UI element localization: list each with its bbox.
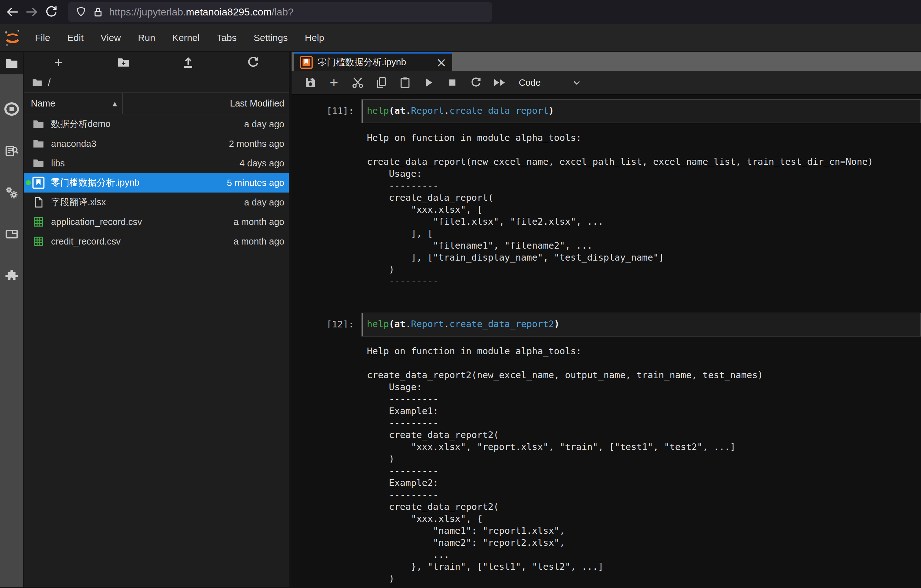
file-type-icon <box>31 215 46 229</box>
file-modified: 5 minutes ago <box>227 178 284 188</box>
stop-circle-icon <box>4 102 19 116</box>
file-type-icon <box>31 195 46 209</box>
browser-reload-button[interactable] <box>42 2 61 22</box>
upload-icon <box>181 55 195 69</box>
cell-body: help(at.Report.create_data_report) Help … <box>361 99 921 288</box>
cell-body: help(at.Report.create_data_report2) Help… <box>361 313 921 587</box>
scissors-icon <box>351 76 364 89</box>
jupyterlab-menu-bar: FileEditViewRunKernelTabsSettingsHelp <box>0 24 921 52</box>
browser-toolbar: https://jupyterlab.metanoia8295.com/lab? <box>0 0 921 24</box>
menu-item-run[interactable]: Run <box>130 32 164 43</box>
file-browser-panel: + / <box>24 52 291 587</box>
clipboard-icon <box>399 76 411 89</box>
cell-execution-prompt: [11]: <box>291 99 361 288</box>
sidebar-tab-running[interactable] <box>4 101 19 117</box>
back-arrow-icon <box>5 5 20 19</box>
file-type-icon <box>31 234 46 248</box>
file-modified: a month ago <box>234 236 284 247</box>
stop-button[interactable] <box>440 73 464 92</box>
copy-cells-button[interactable] <box>369 73 393 92</box>
file-list-header: Name ▲ Last Modified <box>24 93 289 114</box>
notebook-cell: [11]: help(at.Report.create_data_report)… <box>291 99 921 288</box>
file-row[interactable]: 字段翻译.xlsx a day ago <box>24 193 289 212</box>
column-header-modified[interactable]: Last Modified <box>123 93 289 114</box>
breadcrumb-root[interactable]: / <box>48 77 51 88</box>
restart-kernel-button[interactable] <box>464 73 488 92</box>
notebook-scroll-area[interactable]: [11]: help(at.Report.create_data_report)… <box>291 95 921 587</box>
add-cell-button[interactable]: + <box>322 73 346 92</box>
plus-icon: + <box>55 55 63 70</box>
file-name: anaconda3 <box>51 139 96 149</box>
jupyter-logo <box>4 28 21 47</box>
browser-forward-button[interactable] <box>22 2 42 22</box>
paste-cells-button[interactable] <box>393 73 417 92</box>
refresh-icon <box>246 55 260 69</box>
code-line: help(at.Report.create_data_report2) <box>367 318 560 329</box>
browser-back-button[interactable] <box>3 2 22 22</box>
menu-item-kernel[interactable]: Kernel <box>164 32 208 43</box>
restart-run-all-button[interactable] <box>488 73 511 92</box>
file-row[interactable]: anaconda3 2 months ago <box>24 134 289 153</box>
file-row[interactable]: libs 4 days ago <box>24 153 289 173</box>
file-row[interactable]: 数据分析demo a day ago <box>24 114 289 134</box>
menu-item-edit[interactable]: Edit <box>59 32 92 43</box>
sidebar-tab-inspector[interactable] <box>4 143 19 159</box>
menu-item-help[interactable]: Help <box>296 32 333 43</box>
stop-icon <box>447 77 458 88</box>
new-launcher-button[interactable]: + <box>51 55 67 70</box>
file-row[interactable]: credit_record.csv a month ago <box>24 232 289 251</box>
puzzle-icon <box>5 269 19 283</box>
restart-icon <box>470 76 482 89</box>
sidebar-tab-session-manager[interactable] <box>4 185 19 200</box>
save-button[interactable] <box>298 73 322 92</box>
cell-code-input[interactable]: help(at.Report.create_data_report2) <box>361 313 921 336</box>
code-line: help(at.Report.create_data_report) <box>367 105 554 116</box>
browser-address-bar[interactable]: https://jupyterlab.metanoia8295.com/lab? <box>68 2 492 22</box>
cell-output: Help on function in module alpha_tools: … <box>361 132 921 288</box>
url-text: https://jupyterlab.metanoia8295.com/lab? <box>109 6 293 18</box>
chevron-down-icon[interactable] <box>571 77 582 88</box>
file-type-icon <box>31 176 46 190</box>
file-name: 数据分析demo <box>51 118 111 130</box>
cut-cells-button[interactable] <box>346 73 369 92</box>
shield-icon <box>75 6 87 18</box>
file-type-icon <box>31 117 46 131</box>
window-icon <box>5 227 19 241</box>
sort-ascending-icon: ▲ <box>112 100 117 107</box>
notebook-tab[interactable]: 零门槛数据分析.ipynb × <box>294 52 452 71</box>
file-modified: 4 days ago <box>239 158 284 169</box>
run-button[interactable] <box>417 73 440 92</box>
close-icon[interactable]: × <box>436 56 447 69</box>
menu-item-file[interactable]: File <box>26 32 59 43</box>
sidebar-tab-extensions[interactable] <box>4 268 19 284</box>
cell-output: Help on function in module alpha_tools: … <box>361 345 921 587</box>
file-row[interactable]: 零门槛数据分析.ipynb 5 minutes ago <box>24 173 289 193</box>
notebook-toolbar: + <box>291 71 921 95</box>
folder-icon <box>5 56 19 71</box>
file-name: libs <box>51 158 65 169</box>
file-type-icon <box>31 137 46 151</box>
sidebar-tab-open-tabs[interactable] <box>4 227 19 242</box>
breadcrumb[interactable]: / <box>24 73 289 93</box>
file-row[interactable]: application_record.csv a month ago <box>24 212 289 232</box>
sidebar-tab-file-browser[interactable] <box>0 52 23 75</box>
menu-item-settings[interactable]: Settings <box>245 32 296 43</box>
notebook-cell: [12]: help(at.Report.create_data_report2… <box>291 313 921 587</box>
menu-item-tabs[interactable]: Tabs <box>208 32 245 43</box>
cell-code-input[interactable]: help(at.Report.create_data_report) <box>361 99 921 123</box>
file-modified: a month ago <box>234 217 284 227</box>
cell-type-dropdown[interactable]: Code <box>519 78 540 88</box>
menu-item-view[interactable]: View <box>92 32 129 43</box>
refresh-button[interactable] <box>245 55 261 70</box>
new-folder-button[interactable] <box>116 55 132 70</box>
file-name: application_record.csv <box>51 217 142 227</box>
upload-button[interactable] <box>180 55 196 70</box>
column-header-name[interactable]: Name ▲ <box>24 93 123 114</box>
file-name: credit_record.csv <box>51 236 121 247</box>
dock-tab-bar: 零门槛数据分析.ipynb × <box>291 52 921 71</box>
file-list: 数据分析demo a day ago anaconda3 2 months ag… <box>24 114 289 587</box>
home-folder-icon <box>31 77 43 88</box>
cell-execution-prompt: [12]: <box>291 313 361 587</box>
lock-icon <box>92 6 104 18</box>
file-browser-toolbar: + <box>24 52 289 73</box>
